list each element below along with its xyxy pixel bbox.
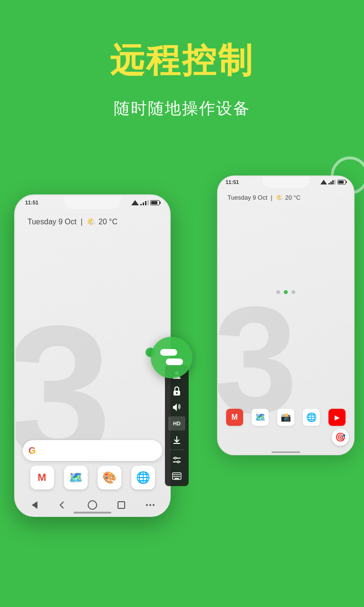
phone-back-dots [218, 290, 354, 294]
wifi-icon [328, 180, 336, 184]
nav-back-icon [28, 498, 41, 512]
phone-back-status-bar: 11:51 [226, 179, 346, 185]
volume-svg [173, 403, 181, 412]
phone-front-screen: 11:51 [16, 196, 169, 515]
phone-back: 11:51 [217, 175, 355, 455]
svg-point-14 [176, 392, 178, 394]
swap-icon-container [151, 337, 192, 378]
phone-back-date: Tuesday 9 Oct | 🌤️ 20 °C [228, 193, 344, 202]
svg-rect-23 [177, 474, 179, 475]
phone-back-date-text: Tuesday 9 Oct | 🌤️ 20 °C [228, 194, 300, 201]
svg-rect-22 [175, 474, 177, 475]
phone-back-app-row: M 🗺️ 📸 🌐 ▶ [218, 409, 354, 426]
svg-rect-7 [143, 202, 144, 205]
phone-front-nav-bar [16, 498, 169, 512]
svg-marker-0 [320, 180, 327, 184]
phone-back-status-icons [320, 180, 346, 184]
phone-front-app-dock: M 🗺️ 🎨 🌐 [16, 466, 169, 489]
svg-point-19 [177, 461, 179, 463]
app-chrome-front: 🌐 [131, 466, 155, 489]
arrow-down-svg [173, 435, 181, 444]
app-photos-back: 📸 [277, 409, 294, 426]
app-chrome-back: 🌐 [303, 409, 320, 426]
phone-back-time: 11:51 [226, 179, 239, 185]
toolbar-lock-icon [168, 384, 185, 398]
phone-front-date-text: Tuesday 9 Oct | 🌤️ 20 °C [27, 218, 118, 226]
app-gmail-back: M [226, 409, 243, 426]
dot-inactive [276, 290, 280, 294]
svg-rect-1 [328, 183, 330, 184]
svg-rect-27 [177, 476, 179, 477]
svg-rect-28 [179, 476, 180, 477]
phone-front-home-indicator [73, 512, 111, 514]
phone-front-google-search: G [23, 440, 162, 461]
page-container: 远程控制 随时随地操作设备 11:51 [0, 0, 364, 607]
toolbar-keyboard-icon [168, 469, 185, 483]
app-maps-back: 🗺️ [252, 409, 269, 426]
toolbar-arrow-down-icon [168, 432, 185, 447]
svg-rect-6 [140, 204, 142, 205]
svg-rect-3 [332, 180, 334, 184]
google-g-logo: G [28, 445, 36, 456]
battery-icon-front [150, 200, 160, 205]
nav-home-icon [86, 498, 99, 512]
main-title: 远程控制 [110, 38, 254, 83]
settings-svg [173, 456, 181, 464]
toolbar-volume-icon [168, 400, 185, 414]
dot-inactive2 [291, 290, 295, 294]
phone-front-date: Tuesday 9 Oct | 🌤️ 20 °C [27, 217, 160, 226]
app-gmail-front: M [30, 466, 54, 489]
hd-label: HD [173, 421, 181, 426]
svg-marker-5 [131, 200, 139, 205]
battery-icon [337, 180, 346, 184]
svg-rect-11 [166, 359, 183, 365]
toolbar-hd-icon: HD [168, 416, 185, 431]
nav-more-icon [144, 498, 157, 512]
svg-rect-10 [160, 349, 177, 356]
svg-rect-25 [173, 476, 175, 477]
svg-rect-2 [330, 182, 332, 184]
app-youtube-back: ▶ [328, 409, 346, 426]
phone-back-screen: 11:51 [218, 176, 354, 454]
toolbar-settings-icon [168, 453, 185, 467]
phones-container: 11:51 [0, 138, 364, 574]
nav-arrow-icon [57, 498, 70, 512]
phone-front-status-bar: 11:51 [25, 200, 160, 205]
app-photos-front: 🎨 [98, 466, 121, 489]
wifi-icon-front [140, 200, 149, 205]
phone-front-status-icons [131, 200, 160, 205]
svg-rect-4 [334, 180, 336, 184]
dot-active [284, 290, 288, 294]
signal-icon [320, 180, 327, 184]
phone-back-assistant: 🎯 [332, 429, 349, 446]
svg-rect-21 [173, 474, 175, 475]
phone-back-home-indicator [272, 451, 300, 453]
app-maps-front: 🗺️ [64, 466, 88, 489]
back-arrow-icon [59, 501, 68, 509]
svg-point-17 [174, 457, 176, 459]
remote-toolbar: HD [165, 365, 189, 486]
remote-sync-icon [159, 347, 184, 368]
subtitle: 随时随地操作设备 [114, 98, 250, 120]
signal-icon-front [131, 200, 139, 205]
assistant-icon-back: 🎯 [332, 429, 349, 446]
svg-rect-26 [175, 476, 177, 477]
lock-svg [173, 386, 181, 396]
svg-rect-29 [174, 478, 179, 479]
phone-front-time: 11:51 [25, 200, 38, 205]
keyboard-svg [172, 472, 182, 480]
phone-front: 11:51 [14, 194, 171, 517]
svg-rect-24 [179, 474, 180, 475]
svg-rect-8 [145, 201, 146, 205]
nav-recent-icon [115, 498, 128, 512]
swap-icon-inner [159, 347, 184, 368]
toolbar-divider [170, 450, 184, 450]
svg-rect-9 [147, 200, 149, 205]
